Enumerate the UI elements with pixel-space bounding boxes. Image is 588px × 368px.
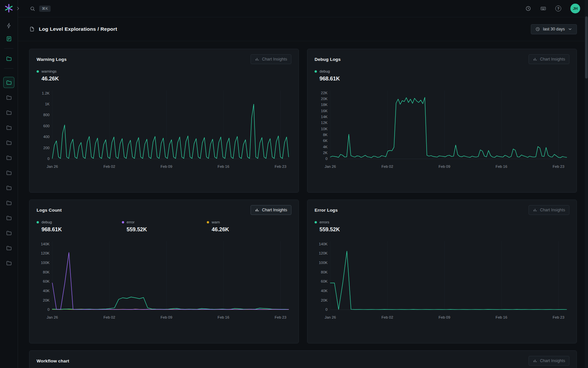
svg-text:60K: 60K [321, 279, 328, 283]
legend-warnings: warnings 46.26K [37, 69, 122, 82]
document-icon [29, 26, 35, 32]
sidebar-collapse-button[interactable] [15, 5, 21, 12]
svg-text:14K: 14K [321, 115, 328, 119]
help-icon: ? [555, 6, 561, 11]
error-logs-chart[interactable]: Jan 26Feb 02Feb 09Feb 16Feb 23020K40K60K… [315, 237, 569, 325]
svg-text:100K: 100K [319, 261, 328, 265]
svg-text:Jan 26: Jan 26 [47, 315, 58, 319]
chart-insights-button[interactable]: Chart Insights [529, 54, 569, 64]
legend-name: errors [319, 220, 329, 224]
svg-text:12K: 12K [321, 121, 328, 125]
svg-text:Feb 09: Feb 09 [438, 165, 450, 168]
folder-icon [6, 140, 12, 146]
page-scrollbar[interactable] [585, 0, 588, 368]
sidebar-item-pinned-folder[interactable] [3, 53, 14, 64]
svg-text:80K: 80K [43, 270, 50, 274]
user-avatar[interactable]: JH [570, 4, 580, 13]
card-logs-count: Logs Count Chart Insights debug [29, 200, 299, 343]
sidebar-item-folder-9[interactable] [3, 197, 14, 208]
chart-insights-button[interactable]: Chart Insights [529, 205, 569, 215]
folder-icon [6, 79, 12, 86]
legend-value: 46.26K [212, 226, 292, 233]
svg-text:Feb 02: Feb 02 [382, 315, 393, 319]
sidebar-item-folder-1[interactable] [3, 77, 14, 88]
legend-name: warnings [41, 69, 57, 73]
app-logo[interactable] [4, 3, 14, 13]
legend-value: 559.52K [127, 226, 207, 233]
chart-insights-label: Chart Insights [262, 57, 287, 61]
card-debug-logs: Debug Logs Chart Insights debug [307, 49, 577, 193]
card-title: Error Logs [315, 208, 338, 213]
chart-insights-icon [533, 359, 537, 363]
svg-text:Feb 02: Feb 02 [382, 165, 393, 168]
legend-row: debug 968.61K error 559.52K [37, 220, 291, 233]
sidebar-item-folder-4[interactable] [3, 122, 14, 133]
history-button[interactable] [525, 6, 531, 11]
svg-text:40K: 40K [321, 289, 328, 293]
debug-logs-chart[interactable]: Jan 26Feb 02Feb 09Feb 16Feb 2302K4K6K8K1… [315, 86, 569, 174]
chevron-down-icon [568, 27, 572, 31]
chart-insights-icon [255, 208, 259, 212]
topbar: ⌘K ? JH [18, 0, 588, 17]
svg-text:80K: 80K [321, 270, 328, 274]
svg-text:1.2K: 1.2K [42, 91, 50, 95]
sidebar-item-logs-explorer[interactable] [3, 33, 14, 44]
sidebar-item-quick-actions[interactable] [3, 20, 14, 31]
sidebar-item-folder-6[interactable] [3, 152, 14, 163]
chart-insights-button[interactable]: Chart Insights [529, 356, 569, 366]
svg-text:1K: 1K [45, 102, 50, 106]
logs-count-chart[interactable]: Jan 26Feb 02Feb 09Feb 16Feb 23020K40K60K… [37, 237, 291, 325]
sidebar-item-folder-13[interactable] [3, 257, 14, 269]
folder-icon [6, 260, 12, 266]
sidebar-item-folder-10[interactable] [3, 212, 14, 223]
logs-explorer-icon [6, 36, 12, 42]
clock-icon [535, 27, 540, 31]
sidebar-item-folder-8[interactable] [3, 182, 14, 193]
sidebar-item-folder-3[interactable] [3, 107, 14, 118]
sidebar-folder-list [3, 76, 14, 270]
keyboard-shortcuts-button[interactable] [540, 6, 546, 11]
scrollbar-thumb[interactable] [585, 16, 588, 79]
logo-sparkle-icon [4, 3, 14, 13]
time-range-selector[interactable]: last 30 days [531, 24, 577, 34]
folder-icon [6, 245, 12, 251]
legend-name: error [127, 220, 135, 224]
global-search[interactable]: ⌘K [30, 6, 51, 12]
page-title: Log Level Explorations / Report [39, 26, 117, 32]
legend-name: warn [212, 220, 220, 224]
svg-text:100K: 100K [41, 261, 50, 265]
sidebar-item-folder-5[interactable] [3, 137, 14, 148]
folder-icon [6, 110, 12, 116]
help-button[interactable]: ? [555, 6, 561, 11]
svg-text:Feb 02: Feb 02 [104, 315, 115, 319]
svg-text:22K: 22K [321, 91, 328, 95]
chart-insights-label: Chart Insights [540, 57, 565, 61]
svg-text:60K: 60K [43, 279, 50, 283]
legend-value: 46.26K [41, 76, 122, 82]
warning-logs-chart[interactable]: Jan 26Feb 02Feb 09Feb 16Feb 230200400600… [37, 86, 291, 174]
svg-text:40K: 40K [43, 289, 50, 293]
sidebar-item-folder-2[interactable] [3, 92, 14, 103]
chart-insights-button[interactable]: Chart Insights [251, 205, 291, 215]
sidebar-item-folder-11[interactable] [3, 227, 14, 238]
svg-text:10K: 10K [321, 127, 328, 131]
svg-text:600: 600 [43, 124, 50, 128]
sidebar-item-folder-12[interactable] [3, 242, 14, 254]
folder-icon [6, 56, 12, 62]
svg-text:400: 400 [43, 135, 50, 139]
svg-text:Jan 26: Jan 26 [325, 315, 336, 319]
folder-icon [6, 155, 12, 161]
sidebar-item-folder-7[interactable] [3, 167, 14, 178]
legend-dot [37, 70, 39, 73]
legend-warn: warn 46.26K [207, 220, 292, 233]
chart-insights-button[interactable]: Chart Insights [251, 54, 291, 64]
legend-name: debug [41, 220, 52, 224]
keyboard-icon [540, 6, 546, 11]
clock-icon [525, 6, 531, 11]
svg-text:4K: 4K [323, 145, 328, 149]
legend-row: debug 968.61K [315, 69, 569, 82]
svg-text:16K: 16K [321, 109, 328, 113]
svg-text:Feb 23: Feb 23 [275, 165, 286, 168]
svg-text:0: 0 [47, 307, 49, 311]
svg-text:Feb 23: Feb 23 [553, 315, 564, 319]
